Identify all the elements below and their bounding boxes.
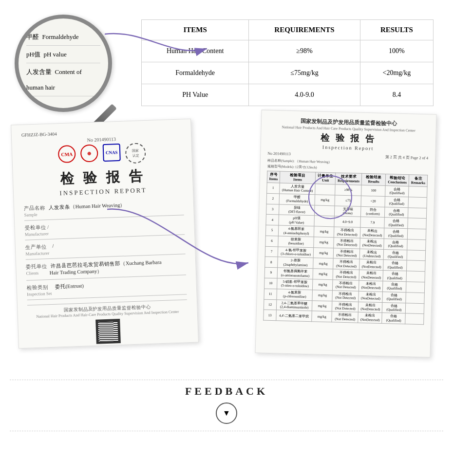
- mag-line-2: pH值 pH value: [26, 46, 100, 63]
- rt-cell-col0: 12: [264, 299, 277, 310]
- rt-col-2: 计量单位Unit: [316, 172, 336, 184]
- cma-logo: CMA: [58, 145, 76, 163]
- rt-cell-col2: [315, 184, 335, 195]
- rt-cell-col2: [314, 216, 334, 227]
- rt-cell-col5: 合格 (Qualified): [384, 228, 408, 239]
- doc-right-report-no: No 201490113: [267, 151, 291, 157]
- field-value-5: 委托(Entrust): [54, 283, 84, 296]
- rt-cell-col3: 不得检出 (Not Detected): [333, 269, 359, 280]
- rt-cell-col5: 合格 (Qualified): [385, 186, 409, 197]
- right-inspection-table: 序号Items 检验项目Items 计量单位Unit 技术要求Requireme…: [263, 170, 428, 325]
- doc-right: 国家发制品及护发用品质量监督检验中心 National Hair Product…: [255, 110, 437, 357]
- rt-cell-col2: mg/kg: [313, 258, 333, 269]
- rt-cell-col0: 9: [264, 267, 278, 278]
- field-label-2: 受检单位 /Manufacturer: [24, 224, 49, 237]
- rt-cell-col4: 100: [361, 185, 386, 196]
- rt-cell-col4: 未检出 (NotDetected): [359, 270, 383, 281]
- rt-cell-col1: 4,4'-二氨基二苯甲烷: [276, 310, 312, 322]
- rt-cell-col3: 4.0~9.0: [334, 216, 361, 227]
- field-row-1: 产品名称Sample 人发发条（Human Hair Weaving）: [24, 200, 184, 220]
- rt-cell-col2: mg/kg: [313, 269, 333, 280]
- rt-cell-col2: mg/kg: [314, 247, 334, 258]
- rt-cell-col3: 不得检出 (Not Detected): [334, 227, 360, 238]
- field-value-4: 许昌县芭芭拉毛发贸易销售部（Xuchang BarbaraHair Tradin…: [49, 259, 162, 276]
- rt-cell-col3: 不得检出 (Not Detected): [334, 238, 360, 249]
- col-header-items: ITEMS: [142, 20, 249, 40]
- rt-cell-col2: [315, 205, 335, 216]
- rt-col-5: 检验结论Conclusions: [386, 174, 409, 186]
- cnas-logo: CNAS: [103, 144, 121, 162]
- field-value-3: /: [51, 243, 54, 256]
- field-row-3: 生产单位Manufacturer /: [25, 238, 186, 259]
- col-header-results: RESULTS: [360, 20, 433, 40]
- rt-cell-col1: pH值 (pH Value): [279, 215, 315, 226]
- rt-cell-col4: 符合 (conform): [361, 206, 385, 218]
- rt-col-1: 检验项目Items: [280, 171, 316, 183]
- rt-cell-col0: 5: [265, 225, 279, 236]
- rt-cell-col4: 未检出 (NotDetected): [359, 259, 384, 271]
- rt-cell-col1: 甲醛 (Formaldehyde): [279, 194, 315, 205]
- magnifier-content: 甲醛 Formaldehyde pH值 pH value 人发含量 Conten…: [19, 18, 108, 106]
- rt-cell-col2: mg/kg: [313, 279, 333, 291]
- rt-col-4: 检验结果Results: [361, 173, 386, 186]
- table-cell-col2: <20mg/kg: [360, 62, 433, 84]
- rt-cell-col6: [406, 282, 425, 293]
- rt-cell-col1: 4-氯-邻甲苯胺 (3-chloro-o-toluidine): [278, 247, 314, 258]
- rt-cell-col1: 联苯胺 (benzidine): [278, 236, 314, 248]
- rt-cell-col0: 7: [265, 246, 278, 257]
- rt-cell-col3: 不得检出 (Not Detected): [333, 258, 360, 270]
- rt-cell-col0: 13: [264, 310, 277, 321]
- top-section: 甲醛 Formaldehyde pH值 pH value 人发含量 Conten…: [0, 0, 453, 112]
- doc-left-logos: CMA ⊕ CNAS 国家认定: [22, 141, 182, 167]
- rt-cell-col0: 8: [265, 257, 278, 268]
- rt-cell-col4: 未检出 (NotDetected): [360, 238, 384, 249]
- rt-cell-col5: 合格 (Qualified): [382, 313, 405, 324]
- rt-cell-col6: [406, 271, 425, 282]
- rt-cell-col1: 2-萘胺 (2naphthylamine): [278, 257, 314, 269]
- rt-cell-col1: 人发含量 (Human Hair Content): [280, 183, 316, 195]
- field-row-4: 委托单位Clients 许昌县芭芭拉毛发贸易销售部（Xuchang Barbar…: [26, 258, 186, 280]
- field-value-1: 人发发条（Human Hair Weaving）: [47, 201, 126, 217]
- rt-cell-col3: 不得检出 (Not Detected): [333, 280, 359, 291]
- rt-cell-col2: mg/kg: [314, 226, 334, 238]
- doc-left: GFHZJZ-BG-3404 No 201490113 CMA ⊕ CNAS 国…: [11, 119, 199, 349]
- rt-cell-col0: 3: [266, 204, 279, 215]
- rt-cell-col6: [408, 218, 426, 229]
- rt-cell-col4: 未检出 (NotDetected): [359, 291, 383, 302]
- rt-cell-col6: [408, 207, 427, 219]
- rt-cell-col4: 未检出 (Undetected): [359, 249, 384, 260]
- mag-line-1: 甲醛 Formaldehyde: [26, 28, 100, 46]
- feedback-section: FEEDBACK ▼: [10, 380, 443, 427]
- rt-cell-col1: 4-氨基联苯 (4-aminobiphenyl): [278, 225, 314, 237]
- rt-cell-col5: 合格 (Qualified): [384, 218, 408, 229]
- table-row: Formaldehyde≤75mg/kg<20mg/kg: [142, 62, 434, 84]
- rt-cell-col6: [407, 260, 425, 272]
- rt-cell-col6: [408, 197, 427, 208]
- table-row: Human Hair Content≥98%100%: [142, 40, 434, 62]
- col-header-requirements: REQUIREMENTS: [249, 20, 360, 40]
- rt-cell-col5: 合格 (Qualified): [382, 292, 406, 303]
- rt-cell-col5: 合格 (Qualified): [383, 260, 407, 271]
- doc-right-page: 第 2 页 共 4 页 Page 2 of 4: [385, 154, 428, 161]
- field-row-5: 检验类别Inspection Set 委托(Entrust): [27, 279, 187, 300]
- feedback-title: FEEDBACK: [10, 385, 443, 398]
- rt-cell-col6: [407, 239, 426, 251]
- rt-cell-col6: [405, 313, 424, 325]
- rt-cell-col5: 合格 (Qualified): [384, 238, 407, 250]
- rt-cell-col2: mg/kg: [312, 300, 332, 311]
- doc-left-qr: [95, 319, 121, 344]
- rt-col-3: 技术要求Requirements: [335, 172, 362, 185]
- rt-cell-col3: ≤75: [335, 195, 361, 206]
- feedback-icon[interactable]: ▼: [216, 403, 237, 424]
- table-cell-col1: ≥98%: [249, 40, 360, 62]
- table-cell-col2: 100%: [360, 40, 433, 62]
- rt-cell-col5: 合格 (Qualified): [383, 281, 406, 293]
- rt-cell-col3: 不得检出 (Not Detected): [332, 301, 359, 312]
- feedback-arrow-icon: ▼: [223, 409, 230, 418]
- rt-cell-col5: 合格 (Qualified): [385, 196, 408, 207]
- rt-cell-col1: 4-氯苯胺 (p-chloroaniline): [277, 289, 313, 301]
- rt-cell-col4: 未检出 (NotDetected): [358, 312, 382, 324]
- rt-cell-col6: [409, 186, 427, 198]
- rt-col-6: 备注Remarks: [409, 174, 427, 186]
- stamp-logo: 国家认定: [125, 143, 146, 164]
